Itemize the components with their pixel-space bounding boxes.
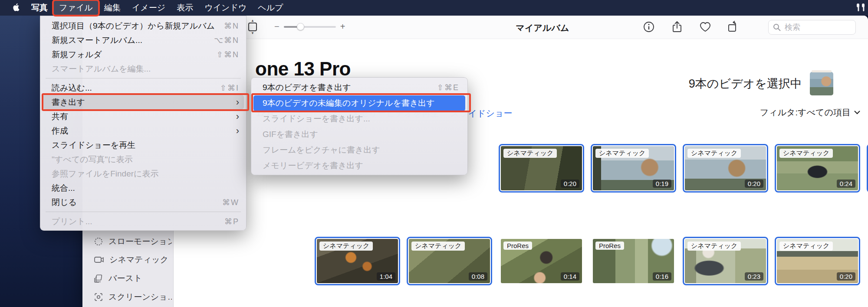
video-mode-badge: シネマティック bbox=[411, 242, 465, 251]
video-duration: 0:20 bbox=[561, 180, 579, 188]
sidebar-item-cinematic[interactable]: シネマティック bbox=[94, 254, 172, 266]
aspect-square-icon bbox=[248, 23, 257, 31]
video-thumbnail[interactable]: シネマティック0:20 bbox=[499, 144, 584, 193]
favorite-heart-icon[interactable] bbox=[699, 20, 712, 33]
video-thumbnail[interactable]: シネマティック0:08 bbox=[407, 237, 492, 285]
menu-separator bbox=[46, 212, 241, 212]
album-title: one 13 Pro bbox=[255, 58, 351, 80]
sidebar-item-label: スクリーンショ… bbox=[108, 291, 172, 303]
video-duration: 0:19 bbox=[653, 180, 671, 188]
search-input[interactable] bbox=[784, 23, 845, 33]
menu-item-export[interactable]: 書き出す› bbox=[43, 95, 244, 109]
video-duration: 1:04 bbox=[377, 272, 395, 281]
toolbar: ▲ ▼ − + マイアルバム bbox=[174, 16, 868, 39]
menu-item-export-memory-video: メモリービデオを書き出す bbox=[253, 158, 465, 173]
video-mode-badge: シネマティック bbox=[779, 242, 833, 251]
airpods-icon[interactable] bbox=[854, 3, 867, 15]
menu-item-new-album-from-selection[interactable]: 選択項目（9本のビデオ）から新規アルバム⌘N bbox=[40, 19, 246, 33]
video-thumbnail[interactable]: シネマティック0:23 bbox=[683, 237, 768, 285]
menu-edit[interactable]: 編集 bbox=[99, 0, 126, 15]
selection-thumbnail-stack bbox=[810, 72, 833, 95]
screen: スローモーション シネマティック バースト スクリーンショ… ▲ ▼ bbox=[0, 0, 868, 307]
menu-item-print: プリント...⌘P bbox=[40, 214, 246, 229]
menu-item-play-slideshow[interactable]: スライドショーを再生 bbox=[40, 138, 246, 152]
zoom-slider-knob[interactable] bbox=[297, 23, 304, 30]
video-mode-badge: シネマティック bbox=[503, 149, 557, 158]
menu-separator bbox=[46, 78, 241, 78]
info-icon[interactable] bbox=[642, 20, 655, 33]
video-duration: 0:20 bbox=[837, 272, 855, 281]
video-duration: 0:16 bbox=[653, 272, 671, 281]
menu-view[interactable]: 表示 bbox=[171, 0, 199, 15]
sidebar-item-slow-motion[interactable]: スローモーション bbox=[94, 235, 172, 248]
menu-item-consolidate[interactable]: 統合... bbox=[40, 181, 246, 195]
cinematic-icon bbox=[94, 255, 104, 265]
menu-help[interactable]: ヘルプ bbox=[252, 0, 289, 15]
file-menu: 選択項目（9本のビデオ）から新規アルバム⌘N 新規スマートアルバム...⌥⌘N … bbox=[40, 16, 247, 231]
video-mode-badge: シネマティック bbox=[595, 149, 649, 158]
share-icon[interactable] bbox=[671, 20, 684, 33]
menu-item-import[interactable]: 読み込む...⇧⌘I bbox=[40, 81, 246, 95]
video-thumbnail[interactable]: シネマティック0:24 bbox=[775, 144, 860, 193]
submenu-arrow-icon: › bbox=[236, 112, 239, 121]
app-menu-photos[interactable]: 写真 bbox=[26, 0, 53, 15]
menu-item-new-smart-album[interactable]: 新規スマートアルバム...⌥⌘N bbox=[40, 33, 246, 47]
menu-item-export-unmodified-originals[interactable]: 9本のビデオの未編集のオリジナルを書き出す bbox=[253, 95, 465, 111]
screenshot-icon bbox=[94, 292, 103, 302]
sidebar-item-burst[interactable]: バースト bbox=[94, 272, 172, 284]
video-mode-badge: シネマティック bbox=[779, 149, 833, 158]
video-thumbnail[interactable]: シネマティック0:19 bbox=[591, 144, 676, 193]
video-thumbnail[interactable]: シネマティック0:20 bbox=[683, 144, 768, 193]
filter-dropdown[interactable]: フィルタ:すべての項目 bbox=[760, 107, 860, 118]
menu-bar: 写真 ファイル 編集 イメージ 表示 ウインドウ ヘルプ bbox=[0, 0, 868, 16]
search-field[interactable] bbox=[768, 20, 856, 35]
video-duration: 0:23 bbox=[745, 272, 763, 281]
slow-motion-icon bbox=[94, 237, 103, 246]
menu-item-share[interactable]: 共有› bbox=[40, 109, 246, 124]
aspect-ratio-control[interactable]: ▲ ▼ bbox=[248, 19, 257, 35]
filter-label: フィルタ:すべての項目 bbox=[760, 107, 851, 118]
menu-item-export-frame-to-pictures: フレームをピクチャに書き出す bbox=[253, 142, 465, 158]
menu-file[interactable]: ファイル bbox=[53, 0, 99, 15]
video-duration: 0:14 bbox=[561, 272, 579, 281]
zoom-out-button[interactable]: − bbox=[274, 22, 279, 32]
rotate-icon[interactable] bbox=[727, 20, 740, 33]
video-thumbnail[interactable]: ProRes0:16 bbox=[591, 237, 676, 285]
menu-window[interactable]: ウインドウ bbox=[199, 0, 252, 15]
zoom-slider: − + bbox=[274, 22, 345, 32]
selection-status: 9本のビデオを選択中 bbox=[689, 76, 802, 91]
down-arrow-icon: ▼ bbox=[251, 32, 254, 35]
video-mode-badge: シネマティック bbox=[687, 149, 741, 158]
zoom-slider-track[interactable] bbox=[284, 26, 336, 28]
menu-item-export-videos[interactable]: 9本のビデオを書き出す⇧⌘E bbox=[253, 80, 465, 95]
menu-item-export-gif: GIFを書き出す bbox=[253, 127, 465, 142]
video-thumbnail[interactable]: シネマティック1:04 bbox=[315, 237, 400, 285]
sidebar-item-label: スローモーション bbox=[108, 236, 172, 247]
window-title: マイアルバム bbox=[508, 22, 577, 34]
video-thumbnail[interactable]: シネマティック0:20 bbox=[775, 237, 860, 285]
apple-logo-icon bbox=[13, 3, 20, 12]
sidebar-item-label: バースト bbox=[108, 273, 142, 284]
video-thumbnail[interactable]: ProRes0:14 bbox=[499, 237, 584, 285]
menu-item-show-in-all-photos: "すべての写真"に表示 bbox=[40, 152, 246, 167]
menu-item-edit-smart-album: スマートアルバムを編集... bbox=[40, 62, 246, 76]
video-mode-badge: ProRes bbox=[595, 242, 624, 250]
zoom-in-button[interactable]: + bbox=[340, 22, 345, 32]
burst-icon bbox=[94, 274, 103, 283]
submenu-arrow-icon: › bbox=[236, 126, 239, 136]
sidebar-item-label: シネマティック bbox=[109, 254, 168, 265]
menu-item-close[interactable]: 閉じる⌘W bbox=[40, 195, 246, 209]
up-arrow-icon: ▲ bbox=[251, 19, 254, 22]
menu-item-create[interactable]: 作成› bbox=[40, 124, 246, 138]
menu-item-new-folder[interactable]: 新規フォルダ⇧⌘N bbox=[40, 47, 246, 62]
video-mode-badge: シネマティック bbox=[687, 242, 741, 251]
search-icon bbox=[773, 23, 781, 31]
apple-menu[interactable] bbox=[13, 3, 20, 12]
menu-item-show-referenced-in-finder: 参照ファイルをFinderに表示 bbox=[40, 167, 246, 181]
menu-image[interactable]: イメージ bbox=[126, 0, 171, 15]
chevron-down-icon bbox=[854, 111, 860, 114]
video-mode-badge: ProRes bbox=[503, 242, 532, 250]
sidebar-item-screenshots[interactable]: スクリーンショ… bbox=[94, 291, 172, 303]
video-duration: 0:08 bbox=[469, 272, 487, 281]
video-duration: 0:24 bbox=[837, 180, 855, 188]
